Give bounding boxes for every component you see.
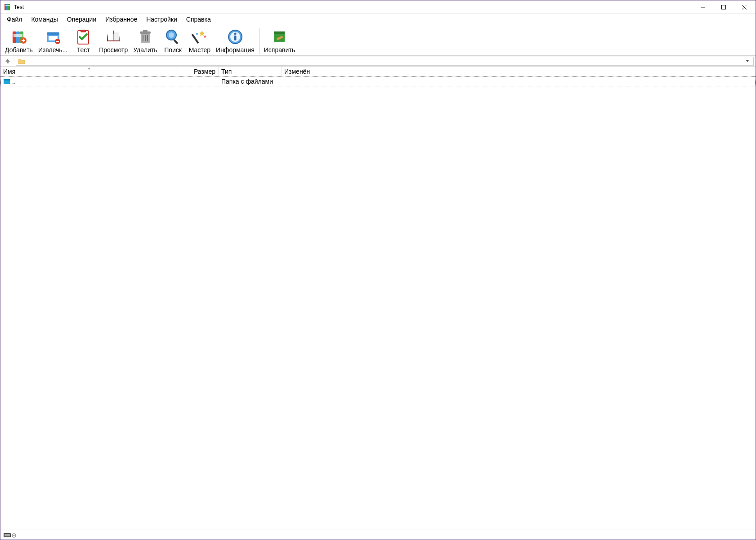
add-button[interactable]: Добавить: [2, 27, 36, 54]
svg-point-36: [234, 33, 236, 35]
toolbar-separator: [259, 28, 259, 54]
view-icon: [104, 28, 122, 46]
svg-point-31: [169, 32, 174, 38]
wizard-button[interactable]: Мастер: [186, 27, 213, 54]
repair-icon: [270, 28, 288, 46]
column-modified[interactable]: Изменён: [282, 67, 333, 76]
window-title: Test: [14, 4, 24, 10]
svg-rect-19: [81, 30, 86, 32]
statusbar: [0, 530, 756, 540]
column-type[interactable]: Тип: [219, 67, 282, 76]
menu-settings[interactable]: Настройки: [142, 14, 182, 24]
menubar: Файл Команды Операции Избранное Настройк…: [0, 14, 756, 25]
app-icon: [4, 4, 11, 11]
svg-rect-39: [274, 31, 285, 34]
svg-rect-33: [191, 34, 199, 44]
extract-button[interactable]: Извлечь...: [36, 27, 70, 54]
close-button[interactable]: [734, 0, 755, 14]
wizard-icon: [191, 28, 209, 46]
delete-icon: [136, 28, 154, 46]
add-label: Добавить: [5, 46, 33, 54]
info-icon: [226, 28, 244, 46]
file-list[interactable]: .. Папка с файлами: [0, 76, 756, 530]
toolbar: Добавить Извлечь... Тест: [0, 25, 756, 56]
delete-label: Удалить: [133, 46, 157, 54]
delete-button[interactable]: Удалить: [130, 27, 160, 54]
info-button[interactable]: Информация: [213, 27, 257, 54]
svg-rect-17: [56, 41, 59, 42]
menu-commands[interactable]: Команды: [27, 14, 62, 24]
repair-label: Исправить: [264, 46, 295, 54]
svg-rect-32: [173, 39, 178, 44]
row-name: ..: [12, 78, 16, 85]
info-label: Информация: [216, 46, 255, 54]
svg-rect-26: [143, 30, 148, 32]
folder-icon: [18, 58, 25, 64]
test-button[interactable]: Тест: [70, 27, 96, 54]
view-button[interactable]: Просмотр: [96, 27, 130, 54]
repair-button[interactable]: Исправить: [261, 27, 298, 54]
view-label: Просмотр: [99, 46, 128, 54]
svg-rect-37: [234, 36, 236, 40]
menu-file[interactable]: Файл: [2, 14, 27, 24]
find-label: Поиск: [164, 46, 182, 54]
svg-rect-14: [47, 32, 59, 35]
table-row[interactable]: .. Папка с файлами: [0, 76, 756, 86]
svg-rect-8: [13, 31, 16, 43]
svg-rect-3: [5, 5, 10, 6]
column-headers: Имя ▾ Размер Тип Изменён: [0, 67, 756, 76]
addressbar: [0, 56, 756, 67]
row-type: Папка с файлами: [219, 78, 282, 85]
minimize-button[interactable]: [693, 0, 713, 14]
up-button[interactable]: [2, 57, 13, 66]
svg-rect-11: [13, 34, 22, 37]
extract-icon: [44, 28, 62, 46]
path-box[interactable]: [16, 57, 754, 66]
menu-favorites[interactable]: Избранное: [101, 14, 142, 24]
extract-label: Извлечь...: [38, 46, 67, 54]
svg-rect-21: [113, 32, 119, 40]
test-label: Тест: [77, 46, 90, 54]
find-icon: [164, 28, 182, 46]
find-button[interactable]: Поиск: [160, 27, 186, 54]
window-controls: [693, 0, 755, 14]
path-dropdown-icon[interactable]: [743, 60, 752, 62]
svg-rect-5: [722, 5, 726, 9]
svg-rect-20: [108, 32, 113, 40]
svg-rect-9: [16, 31, 20, 43]
column-size[interactable]: Размер: [178, 67, 219, 76]
add-icon: [10, 28, 28, 46]
maximize-button[interactable]: [713, 0, 734, 14]
column-name[interactable]: Имя ▾: [0, 67, 178, 76]
menu-help[interactable]: Справка: [182, 14, 215, 24]
svg-rect-23: [113, 31, 114, 34]
sort-indicator-icon: ▾: [88, 67, 90, 71]
disk-icon[interactable]: [3, 532, 17, 538]
svg-rect-44: [4, 534, 10, 536]
svg-point-46: [13, 535, 15, 536]
wizard-label: Мастер: [189, 46, 210, 54]
menu-operations[interactable]: Операции: [63, 14, 101, 24]
svg-rect-42: [4, 79, 10, 80]
parent-dir-icon: [3, 78, 10, 85]
test-icon: [74, 28, 92, 46]
titlebar: Test: [0, 0, 756, 14]
